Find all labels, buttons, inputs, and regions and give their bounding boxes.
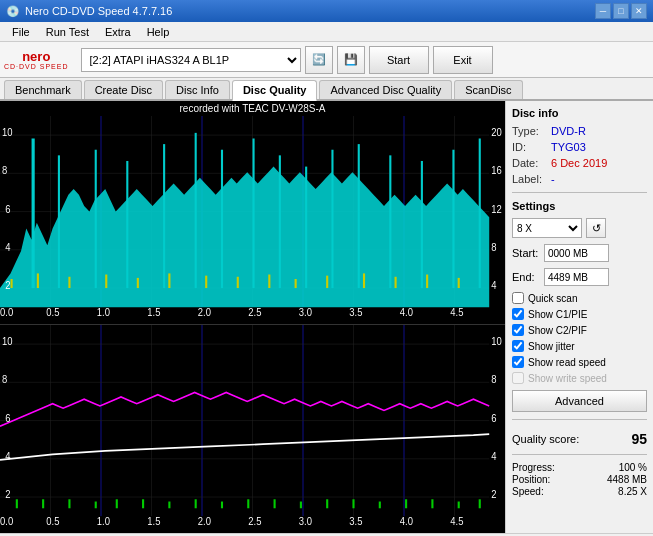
svg-rect-90	[221, 502, 223, 509]
close-button[interactable]: ✕	[631, 3, 647, 19]
svg-text:10: 10	[2, 336, 13, 347]
svg-rect-32	[11, 279, 13, 288]
start-button[interactable]: Start	[369, 46, 429, 74]
nero-logo-text: nero	[22, 50, 50, 63]
svg-text:4.0: 4.0	[400, 307, 414, 318]
save-button[interactable]: 💾	[337, 46, 365, 74]
speed-row-info: Speed: 8.25 X	[512, 486, 647, 497]
drive-select[interactable]: [2:2] ATAPI iHAS324 A BL1P	[81, 48, 301, 72]
show-jitter-checkbox[interactable]	[512, 340, 524, 352]
svg-rect-95	[352, 499, 354, 508]
speed-select[interactable]: 8 X	[512, 218, 582, 238]
svg-rect-94	[326, 499, 328, 508]
svg-rect-97	[405, 499, 407, 508]
menu-help[interactable]: Help	[139, 22, 178, 41]
menu-run-test[interactable]: Run Test	[38, 22, 97, 41]
svg-rect-18	[95, 150, 97, 288]
speed-refresh-button[interactable]: ↺	[586, 218, 606, 238]
bottom-chart: 10 8 6 4 2 10 8 6 4 2 0.0 0.5 1.0 1.5 2.…	[0, 325, 505, 533]
tab-disc-info[interactable]: Disc Info	[165, 80, 230, 99]
refresh-button[interactable]: 🔄	[305, 46, 333, 74]
speed-label: Speed:	[512, 486, 544, 497]
svg-text:1.0: 1.0	[97, 307, 111, 318]
disc-date-label: Date:	[512, 157, 547, 169]
disc-label-row: Label: -	[512, 173, 647, 185]
svg-rect-83	[42, 499, 44, 508]
show-c1pie-checkbox[interactable]	[512, 308, 524, 320]
svg-text:4: 4	[491, 280, 497, 291]
svg-text:3.5: 3.5	[349, 516, 363, 527]
svg-rect-34	[68, 277, 70, 288]
show-c2pif-label: Show C2/PIF	[528, 325, 587, 336]
svg-rect-35	[105, 275, 107, 288]
disc-type-label: Type:	[512, 125, 547, 137]
show-c2pif-checkbox[interactable]	[512, 324, 524, 336]
position-label: Position:	[512, 474, 550, 485]
svg-text:6: 6	[491, 412, 497, 423]
svg-text:3.0: 3.0	[299, 516, 313, 527]
svg-rect-88	[168, 502, 170, 509]
progress-row: Progress: 100 %	[512, 462, 647, 473]
svg-text:0.5: 0.5	[46, 307, 60, 318]
svg-rect-26	[331, 150, 333, 288]
svg-rect-96	[379, 502, 381, 509]
svg-text:0.5: 0.5	[46, 516, 60, 527]
quick-scan-row: Quick scan	[512, 292, 647, 304]
svg-rect-85	[95, 502, 97, 509]
disc-date-value: 6 Dec 2019	[551, 157, 607, 169]
svg-rect-22	[221, 150, 223, 288]
disc-id-row: ID: TYG03	[512, 141, 647, 153]
show-read-speed-checkbox[interactable]	[512, 356, 524, 368]
disc-label-label: Label:	[512, 173, 547, 185]
end-input[interactable]	[544, 268, 609, 286]
svg-text:1.5: 1.5	[147, 516, 161, 527]
svg-text:4.5: 4.5	[450, 307, 464, 318]
speed-row: 8 X ↺	[512, 218, 647, 238]
progress-value: 100 %	[619, 462, 647, 473]
show-c2pif-row: Show C2/PIF	[512, 324, 647, 336]
show-write-speed-label: Show write speed	[528, 373, 607, 384]
svg-rect-99	[458, 502, 460, 509]
quick-scan-label: Quick scan	[528, 293, 577, 304]
show-c1pie-row: Show C1/PIE	[512, 308, 647, 320]
svg-rect-30	[452, 150, 454, 288]
maximize-button[interactable]: □	[613, 3, 629, 19]
menu-extra[interactable]: Extra	[97, 22, 139, 41]
svg-rect-93	[300, 502, 302, 509]
tab-benchmark[interactable]: Benchmark	[4, 80, 82, 99]
svg-rect-23	[253, 138, 255, 288]
refresh-icon: 🔄	[312, 53, 326, 66]
minimize-button[interactable]: ─	[595, 3, 611, 19]
svg-rect-31	[479, 138, 481, 288]
show-c1pie-label: Show C1/PIE	[528, 309, 587, 320]
svg-rect-24	[279, 155, 281, 288]
svg-rect-37	[168, 273, 170, 288]
quick-scan-checkbox[interactable]	[512, 292, 524, 304]
nero-logo: nero CD·DVD SPEED	[4, 50, 69, 70]
show-read-speed-row: Show read speed	[512, 356, 647, 368]
start-label: Start:	[512, 247, 540, 259]
svg-rect-20	[163, 144, 165, 288]
svg-text:4.5: 4.5	[450, 516, 464, 527]
disc-label-value: -	[551, 173, 555, 185]
tab-create-disc[interactable]: Create Disc	[84, 80, 163, 99]
tab-scandisc[interactable]: ScanDisc	[454, 80, 522, 99]
advanced-button[interactable]: Advanced	[512, 390, 647, 412]
start-input[interactable]	[544, 244, 609, 262]
svg-rect-16	[32, 138, 35, 288]
tab-advanced-disc-quality[interactable]: Advanced Disc Quality	[319, 80, 452, 99]
show-jitter-label: Show jitter	[528, 341, 575, 352]
svg-text:2.5: 2.5	[248, 307, 262, 318]
svg-rect-38	[205, 276, 207, 288]
divider-1	[512, 192, 647, 193]
svg-rect-92	[274, 499, 276, 508]
menu-file[interactable]: File	[4, 22, 38, 41]
tab-disc-quality[interactable]: Disc Quality	[232, 80, 318, 101]
svg-rect-41	[295, 279, 297, 288]
progress-section: Progress: 100 % Position: 4488 MB Speed:…	[512, 462, 647, 497]
chart-title: recorded with TEAC DV-W28S-A	[0, 101, 505, 116]
show-write-speed-checkbox[interactable]	[512, 372, 524, 384]
svg-text:2.5: 2.5	[248, 516, 262, 527]
svg-text:6: 6	[5, 412, 11, 423]
exit-button[interactable]: Exit	[433, 46, 493, 74]
